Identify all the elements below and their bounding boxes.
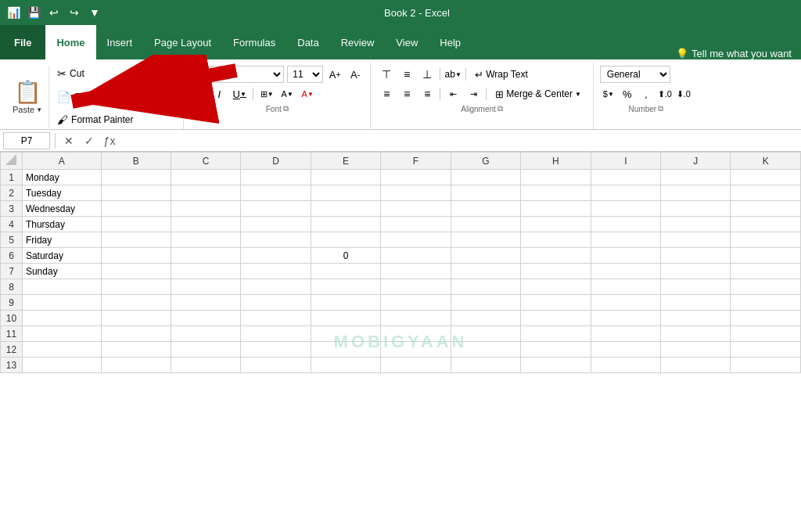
cell-G7[interactable]: [451, 264, 520, 279]
cell-J10[interactable]: [661, 311, 731, 326]
confirm-formula-button[interactable]: ✓: [81, 132, 98, 149]
row-header-12[interactable]: 12: [1, 342, 23, 358]
cell-D13[interactable]: [241, 358, 311, 373]
clipboard-dialog-icon[interactable]: ⧉: [171, 93, 177, 102]
cell-C13[interactable]: [171, 358, 240, 373]
cell-J4[interactable]: [661, 217, 731, 232]
cell-F2[interactable]: [381, 185, 451, 201]
cell-A12[interactable]: [22, 342, 101, 358]
col-header-f[interactable]: F: [381, 153, 451, 170]
cell-E3[interactable]: [311, 201, 380, 217]
cell-C9[interactable]: [171, 295, 240, 311]
cell-K12[interactable]: [731, 342, 801, 358]
cell-A10[interactable]: [22, 311, 101, 326]
align-left-button[interactable]: ≡: [377, 85, 396, 102]
align-bottom-button[interactable]: ⊥: [418, 66, 436, 83]
cell-B11[interactable]: [101, 326, 171, 342]
cell-A2[interactable]: Tuesday: [22, 185, 101, 201]
decrease-decimal-button[interactable]: ⬇.0: [675, 85, 692, 102]
cell-C1[interactable]: [171, 170, 240, 185]
cell-name-box[interactable]: [3, 132, 50, 149]
row-header-10[interactable]: 10: [1, 311, 23, 326]
row-header-8[interactable]: 8: [1, 279, 23, 295]
row-header-5[interactable]: 5: [1, 232, 23, 248]
font-size-select[interactable]: 11: [287, 66, 323, 83]
cell-J1[interactable]: [661, 170, 731, 185]
cell-K8[interactable]: [731, 279, 801, 295]
font-dialog-icon[interactable]: ⧉: [283, 104, 289, 113]
cell-G9[interactable]: [451, 295, 520, 311]
cell-F7[interactable]: [381, 264, 451, 279]
cell-B8[interactable]: [101, 279, 171, 295]
cell-H5[interactable]: [521, 232, 591, 248]
cell-E9[interactable]: [311, 295, 380, 311]
cell-F8[interactable]: [381, 279, 451, 295]
cell-F5[interactable]: [381, 232, 451, 248]
cell-F1[interactable]: [381, 170, 451, 185]
tab-help[interactable]: Help: [429, 25, 472, 59]
cell-I6[interactable]: [591, 248, 660, 264]
align-top-button[interactable]: ⊤: [377, 66, 396, 83]
cell-D6[interactable]: [241, 248, 311, 264]
border-button[interactable]: ⊞▼: [258, 85, 275, 102]
cell-I1[interactable]: [591, 170, 660, 185]
cell-G10[interactable]: [451, 311, 520, 326]
cell-I12[interactable]: [591, 342, 660, 358]
cell-I4[interactable]: [591, 217, 660, 232]
cell-B1[interactable]: [101, 170, 171, 185]
accounting-button[interactable]: $▼: [600, 85, 617, 102]
cell-G6[interactable]: [451, 248, 520, 264]
row-header-13[interactable]: 13: [1, 358, 23, 373]
cell-F3[interactable]: [381, 201, 451, 217]
font-color-button[interactable]: A▼: [299, 85, 316, 102]
col-header-a[interactable]: A: [22, 153, 101, 170]
cell-C10[interactable]: [171, 311, 240, 326]
bold-button[interactable]: B: [190, 85, 207, 102]
cell-E5[interactable]: [311, 232, 380, 248]
wrap-text-button[interactable]: ↵ Wrap Text: [469, 66, 533, 83]
cell-K2[interactable]: [731, 185, 801, 201]
cell-H3[interactable]: [521, 201, 591, 217]
cell-G13[interactable]: [451, 358, 520, 373]
cell-J7[interactable]: [661, 264, 731, 279]
percent-button[interactable]: %: [619, 85, 636, 102]
cell-C5[interactable]: [171, 232, 240, 248]
cell-F9[interactable]: [381, 295, 451, 311]
cell-F4[interactable]: [381, 217, 451, 232]
italic-button[interactable]: I: [210, 85, 228, 102]
cell-C7[interactable]: [171, 264, 240, 279]
cell-E11[interactable]: [311, 326, 380, 342]
indent-increase-button[interactable]: ⇥: [464, 85, 483, 102]
row-header-1[interactable]: 1: [1, 170, 23, 185]
cell-A9[interactable]: [22, 295, 101, 311]
cell-K11[interactable]: [731, 326, 801, 342]
cell-F11[interactable]: [381, 326, 451, 342]
cell-H4[interactable]: [521, 217, 591, 232]
cell-D5[interactable]: [241, 232, 311, 248]
cell-H9[interactable]: [521, 295, 591, 311]
cell-E13[interactable]: [311, 358, 380, 373]
cell-K13[interactable]: [731, 358, 801, 373]
cell-K1[interactable]: [731, 170, 801, 185]
corner-header[interactable]: [1, 153, 23, 170]
tab-review[interactable]: Review: [330, 25, 386, 59]
cell-I7[interactable]: [591, 264, 660, 279]
col-header-i[interactable]: I: [591, 153, 660, 170]
cell-K5[interactable]: [731, 232, 801, 248]
tab-page-layout[interactable]: Page Layout: [143, 25, 222, 59]
cell-B6[interactable]: [101, 248, 171, 264]
paste-button[interactable]: 📋 Paste ▼: [6, 66, 49, 128]
cell-J12[interactable]: [661, 342, 731, 358]
cell-I3[interactable]: [591, 201, 660, 217]
cell-D9[interactable]: [241, 295, 311, 311]
cell-H12[interactable]: [521, 342, 591, 358]
cell-C2[interactable]: [171, 185, 240, 201]
cell-J8[interactable]: [661, 279, 731, 295]
orientation-button[interactable]: ab▼: [444, 66, 462, 83]
row-header-6[interactable]: 6: [1, 248, 23, 264]
cell-F13[interactable]: [381, 358, 451, 373]
cell-G3[interactable]: [451, 201, 520, 217]
cell-A7[interactable]: Sunday: [22, 264, 101, 279]
cell-E10[interactable]: [311, 311, 380, 326]
copy-button[interactable]: 📄 Copy ▼: [54, 89, 136, 105]
